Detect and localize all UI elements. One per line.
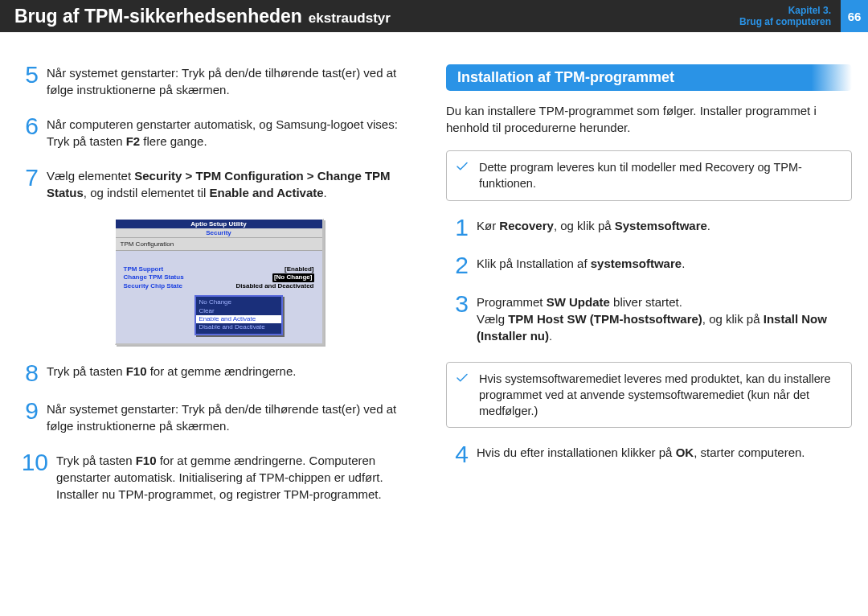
bios-subhead: TPM Configuration <box>116 237 322 251</box>
step-number: 10 <box>16 452 48 503</box>
step-number: 4 <box>446 444 469 465</box>
bios-popup-option: No Change <box>196 298 281 306</box>
left-column: 5 Når systemet genstarter: Tryk på den/d… <box>16 64 422 520</box>
bios-row-label: TPM Support <box>124 265 164 273</box>
content-columns: 5 Når systemet genstarter: Tryk på den/d… <box>0 32 868 528</box>
bios-screenshot: Aptio Setup Utility Security TPM Configu… <box>115 219 324 345</box>
note-box-top: Dette program leveres kun til modeller m… <box>446 150 852 201</box>
step-5: 5 Når systemet genstarter: Tryk på den/d… <box>16 64 422 98</box>
bios-row-value: Disabled and Deactivated <box>236 282 314 290</box>
step-number: 1 <box>446 217 469 238</box>
right-step-3: 3 Programmet SW Update bliver startet.Væ… <box>446 294 852 344</box>
bios-row-label: Security Chip State <box>124 282 182 290</box>
step-number: 9 <box>16 400 39 434</box>
header-right: Kapitel 3. Brug af computeren 66 <box>739 0 868 32</box>
step-text: Vælg elementet Security > TPM Configurat… <box>47 167 422 201</box>
note-icon <box>455 159 469 179</box>
bios-popup: No Change Clear Enable and Activate Disa… <box>194 295 283 335</box>
step-number: 5 <box>16 64 39 98</box>
step-8: 8 Tryk på tasten F10 for at gemme ændrin… <box>16 363 422 384</box>
step-text: Hvis du efter installationen klikker på … <box>477 444 805 465</box>
header-title-main: Brug af TPM-sikkerhedsenheden <box>14 6 302 27</box>
bios-row-security-chip-state: Security Chip State Disabled and Deactiv… <box>122 282 316 290</box>
bios-row-tpm-support: TPM Support Enabled <box>122 265 316 273</box>
step-7: 7 Vælg elementet Security > TPM Configur… <box>16 167 422 201</box>
chapter-line-2: Brug af computeren <box>739 16 831 27</box>
step-number: 8 <box>16 363 39 384</box>
bios-row-value: Enabled <box>285 265 313 273</box>
step-text: Klik på Installation af systemsoftware. <box>477 255 685 276</box>
note-box-mid: Hvis systemsoftwaremediet leveres med pr… <box>446 362 852 429</box>
page-number-badge: 66 <box>841 0 868 32</box>
step-number: 7 <box>16 167 39 201</box>
bios-row-value: No Change <box>272 273 314 281</box>
step-text: Programmet SW Update bliver startet.Vælg… <box>477 294 852 344</box>
bios-popup-option: Disable and Deactivate <box>196 323 281 331</box>
bios-area: TPM Support Enabled Change TPM Status No… <box>116 251 322 343</box>
step-text: Tryk på tasten F10 for at gemme ændringe… <box>47 363 296 384</box>
step-10: 10 Tryk på tasten F10 for at gemme ændri… <box>16 452 422 503</box>
note-text: Hvis systemsoftwaremediet leveres med pr… <box>479 372 831 418</box>
note-text: Dette program leveres kun til modeller m… <box>479 161 802 190</box>
bios-popup-option: Clear <box>196 307 281 315</box>
bios-row-label: Change TPM Status <box>124 273 184 281</box>
step-text: Når systemet genstarter: Tryk på den/de … <box>47 64 422 98</box>
bios-popup-option-selected: Enable and Activate <box>196 315 281 323</box>
right-column: Installation af TPM-programmet Du kan in… <box>446 64 852 520</box>
step-text: Tryk på tasten F10 for at gemme ændringe… <box>56 452 422 503</box>
right-step-4: 4 Hvis du efter installationen klikker p… <box>446 444 852 465</box>
right-step-2: 2 Klik på Installation af systemsoftware… <box>446 255 852 276</box>
bios-tab-security: Security <box>206 229 231 236</box>
header-title: Brug af TPM-sikkerhedsenheden ekstraudst… <box>14 6 391 27</box>
step-9: 9 Når systemet genstarter: Tryk på den/d… <box>16 400 422 434</box>
bios-tabbar: Security <box>116 228 322 237</box>
section-intro: Du kan installere TPM-programmet som føl… <box>446 102 852 136</box>
step-6: 6 Når computeren genstarter automatisk, … <box>16 116 422 150</box>
chapter-info: Kapitel 3. Brug af computeren <box>739 5 834 28</box>
step-text: Kør Recovery, og klik på Systemsoftware. <box>477 217 710 238</box>
bios-row-change-tpm-status: Change TPM Status No Change <box>122 273 316 281</box>
right-step-1: 1 Kør Recovery, og klik på Systemsoftwar… <box>446 217 852 238</box>
step-number: 6 <box>16 116 39 150</box>
step-number: 2 <box>446 255 469 276</box>
step-text: Når computeren genstarter automatisk, og… <box>47 116 422 150</box>
step-text: Når systemet genstarter: Tryk på den/de … <box>47 400 422 434</box>
page-header: Brug af TPM-sikkerhedsenheden ekstraudst… <box>0 0 868 32</box>
step-number: 3 <box>446 294 469 344</box>
section-heading: Installation af TPM-programmet <box>446 64 852 91</box>
bios-titlebar: Aptio Setup Utility <box>116 220 322 228</box>
chapter-line-1: Kapitel 3. <box>739 5 831 16</box>
header-title-sub: ekstraudstyr <box>309 10 391 27</box>
note-icon <box>455 371 469 391</box>
